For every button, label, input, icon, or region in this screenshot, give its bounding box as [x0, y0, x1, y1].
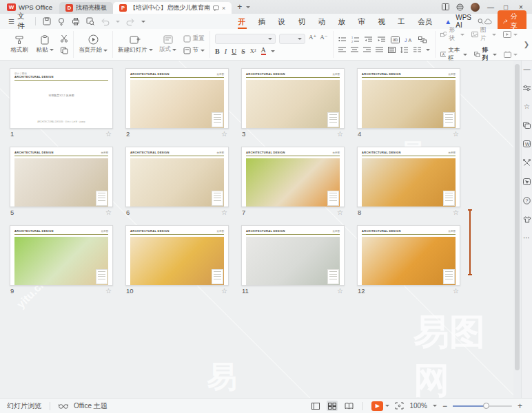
export-pdf-icon[interactable]: [57, 17, 65, 25]
text-direction-icon[interactable]: JA: [405, 36, 413, 43]
start-from-current-button[interactable]: 当页开始: [79, 34, 108, 54]
eye-protection-glasses-icon[interactable]: [59, 403, 68, 409]
new-slide-button[interactable]: 新建幻灯片: [118, 35, 153, 54]
slide-thumbnail[interactable]: ARCHITECTURAL DESIGN 效果图: [125, 225, 229, 286]
properties-sliders-icon[interactable]: [523, 85, 531, 92]
save-icon[interactable]: [43, 17, 51, 25]
cut-icon[interactable]: [60, 34, 68, 43]
favorites-star-icon[interactable]: ☆: [524, 103, 530, 110]
scrollbar-thumb[interactable]: [515, 64, 520, 370]
favorite-star-icon[interactable]: ☆: [105, 131, 112, 138]
slide-thumbnail[interactable]: ARCHITECTURAL DESIGN 效果图: [357, 68, 460, 129]
more-tools-icon[interactable]: ⋯: [523, 235, 531, 242]
menu-tools[interactable]: 工具: [391, 14, 411, 29]
favorite-star-icon[interactable]: ☆: [337, 209, 343, 216]
numbered-list-icon[interactable]: 12: [351, 36, 360, 43]
favorite-star-icon[interactable]: ☆: [221, 288, 227, 295]
tab-chat-icon[interactable]: [213, 6, 219, 11]
menu-home[interactable]: 开始: [232, 14, 252, 29]
font-size-combobox[interactable]: [279, 34, 305, 44]
font-color-chevron-icon[interactable]: [271, 50, 275, 52]
layers-icon[interactable]: [523, 122, 531, 129]
justify-icon[interactable]: [376, 47, 383, 53]
underline-button[interactable]: U: [232, 47, 236, 55]
align-center-icon[interactable]: [351, 47, 358, 53]
play-options-chevron-icon[interactable]: [385, 405, 389, 407]
picture-button[interactable]: 图片: [471, 26, 496, 43]
zoom-in-button[interactable]: +: [518, 401, 522, 411]
slide-thumbnail[interactable]: ARCHITECTURAL DESIGN 效果图: [125, 147, 229, 207]
menu-transition[interactable]: 切换: [292, 14, 312, 29]
paragraph-more-chevron-icon[interactable]: [426, 49, 430, 51]
favorite-star-icon[interactable]: ☆: [453, 288, 459, 295]
slide-thumbnail[interactable]: 设计 | 图纸 ARCHITECTURAL DESIGN 启德教育X2.2 效果…: [10, 68, 113, 129]
zoom-level-label[interactable]: 100%: [409, 402, 427, 410]
align-right-icon[interactable]: [363, 47, 371, 53]
search-icon[interactable]: [478, 17, 484, 25]
align-left-icon[interactable]: [338, 47, 346, 53]
new-tab-button[interactable]: +: [237, 2, 242, 12]
tab-active-presentation[interactable]: P 【培训中心】启德少儿教育南 ×: [113, 2, 232, 14]
cloud-sync-icon[interactable]: [484, 18, 492, 25]
tab-close-icon[interactable]: ×: [222, 5, 225, 12]
ribbon-expand-button[interactable]: ❯: [522, 31, 531, 58]
normal-view-button[interactable]: [310, 401, 321, 411]
line-spacing-icon[interactable]: [400, 47, 409, 53]
favorite-star-icon[interactable]: ☆: [221, 209, 227, 216]
superscript-button[interactable]: X²: [250, 47, 256, 54]
collapse-pane-icon[interactable]: —: [524, 66, 531, 73]
strikethrough-button[interactable]: S: [241, 47, 245, 55]
slide-sorter-view-button[interactable]: [327, 401, 338, 411]
favorite-star-icon[interactable]: ☆: [337, 131, 343, 138]
undo-chevron-icon[interactable]: [116, 21, 120, 23]
favorite-star-icon[interactable]: ☆: [105, 288, 112, 295]
font-family-combobox[interactable]: [215, 34, 276, 44]
favorite-star-icon[interactable]: ☆: [105, 209, 112, 216]
undo-icon[interactable]: [101, 18, 110, 25]
theme-label[interactable]: Office 主题: [74, 401, 108, 411]
reset-slide-button[interactable]: 重置: [183, 34, 205, 43]
media-button[interactable]: [503, 31, 518, 38]
shrink-font-button[interactable]: A⁻: [320, 34, 327, 44]
window-maximize-button[interactable]: □: [502, 3, 510, 11]
split-view-icon[interactable]: [442, 3, 449, 10]
format-painter-button[interactable]: 格式刷: [9, 35, 30, 54]
distribute-icon[interactable]: [388, 47, 396, 53]
slide-thumbnail[interactable]: ARCHITECTURAL DESIGN 效果图: [357, 225, 460, 286]
menu-member[interactable]: 会员专享: [411, 14, 439, 29]
menu-view[interactable]: 视图: [371, 14, 391, 29]
file-menu[interactable]: ☰ 文件: [0, 12, 32, 31]
italic-button[interactable]: I: [225, 47, 227, 55]
favorite-star-icon[interactable]: ☆: [337, 288, 343, 295]
reading-view-button[interactable]: [343, 401, 354, 411]
redo-icon[interactable]: [126, 18, 135, 25]
char-border-icon[interactable]: ab: [391, 36, 400, 43]
print-icon[interactable]: [72, 17, 80, 25]
bold-button[interactable]: B: [215, 47, 220, 55]
slide-thumbnail[interactable]: ARCHITECTURAL DESIGN 效果图: [10, 147, 113, 207]
paste-button[interactable]: 粘贴: [34, 35, 55, 54]
favorite-star-icon[interactable]: ☆: [221, 131, 227, 138]
shapes-button[interactable]: 形状: [440, 26, 465, 43]
selection-pane-icon[interactable]: [523, 178, 531, 185]
columns-icon[interactable]: [413, 47, 421, 53]
zoom-level-chevron-icon[interactable]: [433, 405, 437, 407]
menu-review[interactable]: 审阅: [351, 14, 371, 29]
wenzi-tool-icon[interactable]: W: [523, 140, 531, 147]
slide-thumbnail[interactable]: ARCHITECTURAL DESIGN 效果图: [241, 147, 345, 207]
slide-thumbnail[interactable]: ARCHITECTURAL DESIGN 效果图: [241, 225, 345, 286]
slide-thumbnail[interactable]: ARCHITECTURAL DESIGN 效果图: [357, 147, 460, 207]
slide-thumbnail[interactable]: ARCHITECTURAL DESIGN 效果图: [10, 225, 113, 286]
quick-access-more-chevron-icon[interactable]: [141, 21, 145, 23]
favorite-star-icon[interactable]: ☆: [453, 131, 459, 138]
tab-docer-template[interactable]: D 找稻壳模板: [59, 2, 113, 14]
slide-thumbnail[interactable]: ARCHITECTURAL DESIGN 效果图: [125, 68, 229, 129]
vertical-scrollbar[interactable]: [513, 61, 521, 398]
copy-icon[interactable]: [60, 46, 68, 54]
font-color-button[interactable]: A: [261, 47, 266, 55]
bullet-list-icon[interactable]: [338, 36, 347, 43]
tab-list-chevron-icon[interactable]: [246, 6, 250, 8]
zoom-out-button[interactable]: −: [442, 401, 447, 411]
convert-smartart-icon[interactable]: [418, 36, 427, 43]
user-avatar[interactable]: [471, 3, 480, 12]
